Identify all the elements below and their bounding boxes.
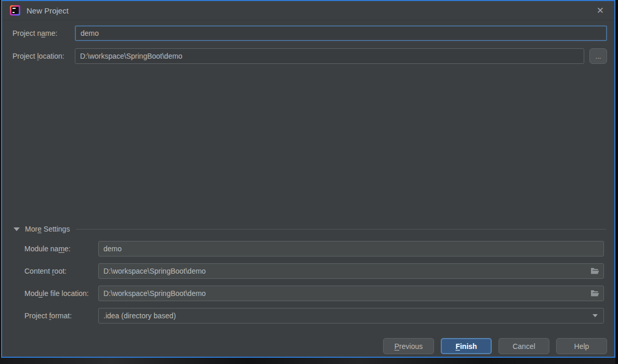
project-format-row: Project format: .idea (directory based) [24, 308, 604, 323]
intellij-idea-logo-icon [10, 5, 20, 16]
module-name-input[interactable] [98, 241, 604, 257]
project-name-row: Project name: [12, 25, 607, 41]
desktop-background: New Project ✕ Project name: Project loca… [0, 0, 618, 364]
project-name-input[interactable] [75, 25, 607, 41]
help-button[interactable]: Help [556, 338, 607, 354]
module-file-location-label: Module file location: [24, 289, 98, 298]
previous-button[interactable]: Previous [383, 338, 434, 354]
content-root-input[interactable] [98, 263, 604, 279]
project-format-select[interactable]: .idea (directory based) [98, 308, 604, 323]
chevron-down-icon[interactable] [14, 227, 20, 231]
finish-button[interactable]: Finish [441, 338, 492, 354]
project-format-value: .idea (directory based) [103, 312, 176, 320]
module-file-location-row: Module file location: [24, 286, 604, 301]
background-strip-bottom [0, 358, 618, 364]
content-root-row: Content root: [24, 263, 604, 279]
module-name-row: Module name: [24, 241, 604, 257]
project-format-label: Project format: [24, 312, 98, 320]
title-bar: New Project ✕ [2, 1, 614, 20]
section-separator [76, 229, 606, 230]
dropdown-arrow-icon[interactable] [593, 314, 598, 317]
browse-location-button[interactable]: ... [589, 48, 607, 64]
folder-icon[interactable] [590, 290, 599, 297]
module-file-location-input[interactable] [98, 286, 604, 301]
dialog-button-bar: Previous Finish Cancel Help [2, 338, 607, 354]
folder-icon[interactable] [590, 267, 599, 275]
more-settings-label[interactable]: More Settings [25, 225, 70, 233]
background-strip-right [615, 0, 618, 364]
module-name-label: Module name: [24, 245, 98, 253]
project-location-label: Project location: [12, 52, 75, 60]
new-project-dialog: New Project ✕ Project name: Project loca… [1, 0, 615, 358]
close-icon[interactable]: ✕ [594, 5, 607, 16]
cancel-button[interactable]: Cancel [498, 338, 549, 354]
dialog-title: New Project [27, 6, 69, 15]
project-location-row: Project location: ... [12, 48, 607, 64]
project-name-label: Project name: [12, 29, 75, 37]
content-root-label: Content root: [24, 267, 98, 275]
more-settings-header[interactable]: More Settings [14, 225, 606, 233]
project-location-input[interactable] [75, 48, 584, 64]
